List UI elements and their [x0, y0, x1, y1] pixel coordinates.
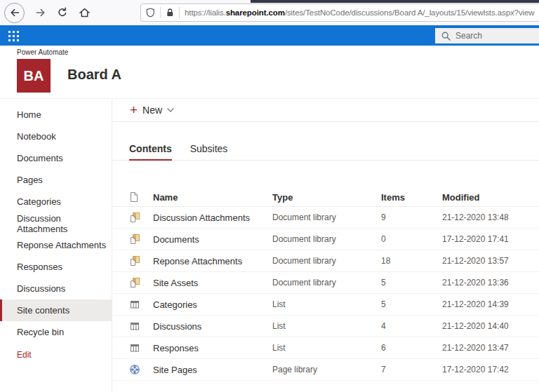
sidebar-item-label: Documents	[17, 153, 63, 163]
suite-bar: Search	[0, 25, 539, 46]
sidebar-item-recycle-bin[interactable]: Recycle bin	[0, 321, 112, 343]
row-modified: 21-12-2020 14:40	[442, 321, 539, 331]
document-library-icon	[129, 234, 153, 245]
row-items-count: 5	[381, 299, 442, 309]
site-logo[interactable]: BA	[17, 59, 51, 93]
row-items-count: 6	[381, 343, 442, 353]
sidebar-item-label: Recycle bin	[17, 327, 64, 337]
browser-forward-button[interactable]	[35, 7, 46, 18]
browser-reload-button[interactable]	[57, 7, 68, 18]
sidebar-item-pages[interactable]: Pages	[0, 169, 112, 191]
url-bar-divider	[160, 7, 161, 18]
sharepoint-site-contents-page: https://lialis.sharepoint.com/sites/Test…	[0, 0, 539, 392]
app-label: Power Automate	[17, 48, 68, 56]
site-contents-table: Name Type Items Modified Discussion Atta…	[112, 188, 539, 381]
sidebar-item-label: Responses	[17, 262, 62, 272]
row-type: Document library	[272, 212, 381, 222]
row-items-count: 0	[381, 234, 442, 244]
https-lock-icon	[166, 8, 175, 18]
sidebar-item-responses[interactable]: Responses	[0, 256, 112, 278]
search-icon	[441, 32, 451, 41]
tab-subsites[interactable]: Subsites	[190, 143, 228, 161]
row-type: Document library	[272, 278, 381, 288]
sidebar-item-documents[interactable]: Documents	[0, 147, 112, 169]
sidebar-edit-link[interactable]: Edit	[0, 350, 112, 360]
table-row[interactable]: Documents Document library 0 17-12-2020 …	[112, 229, 539, 250]
reload-icon	[57, 7, 68, 18]
column-header-items[interactable]: Items	[381, 192, 442, 203]
command-bar: + New	[112, 99, 539, 122]
sidebar-item-home[interactable]: Home	[0, 104, 112, 126]
column-header-type[interactable]: Type	[272, 192, 381, 203]
waffle-icon	[8, 31, 19, 41]
browser-back-button[interactable]	[4, 3, 25, 23]
table-row[interactable]: Discussions List 4 21-12-2020 14:40	[112, 316, 539, 337]
sidebar-item-categories[interactable]: Categories	[0, 191, 112, 212]
sidebar-item-notebook[interactable]: Notebook	[0, 126, 112, 147]
sidebar-item-label: Categories	[17, 196, 61, 207]
browser-toolbar: https://lialis.sharepoint.com/sites/Test…	[0, 0, 539, 25]
url-prefix: https://lialis.	[185, 8, 226, 17]
list-icon	[129, 299, 153, 310]
sidebar-item-label: Pages	[17, 175, 43, 185]
back-arrow-icon	[9, 7, 20, 18]
sidebar-item-site-contents[interactable]: Site contents	[0, 299, 112, 321]
table-row[interactable]: Discussion Attachments Document library …	[112, 207, 539, 229]
document-library-icon	[129, 212, 153, 223]
row-items-count: 4	[381, 321, 442, 331]
plus-icon: +	[130, 104, 138, 116]
chevron-down-icon	[167, 108, 174, 112]
url-domain: sharepoint.com	[226, 8, 285, 17]
table-row[interactable]: Site Assets Document library 5 21-12-202…	[112, 272, 539, 294]
row-name-link[interactable]: Categories	[153, 299, 272, 310]
row-type: Page library	[272, 365, 381, 374]
sidebar-item-label: Discussions	[17, 283, 65, 294]
app-launcher-button[interactable]	[7, 29, 20, 42]
row-modified: 17-12-2020 17:42	[442, 365, 539, 374]
row-name-link[interactable]: Documents	[153, 234, 272, 245]
sidebar-item-label: Site contents	[17, 305, 69, 316]
new-button-label: New	[142, 104, 162, 116]
table-row[interactable]: Responses List 6 21-12-2020 13:47	[112, 337, 539, 359]
row-type: List	[272, 299, 381, 309]
row-name-link[interactable]: Discussion Attachments	[153, 212, 272, 223]
home-icon	[79, 7, 91, 18]
row-modified: 21-12-2020 13:48	[442, 212, 539, 222]
sidebar-item-discussions[interactable]: Discussions	[0, 278, 112, 299]
sidebar-item-label: Notebook	[17, 131, 56, 142]
row-items-count: 9	[381, 212, 442, 222]
browser-url-bar[interactable]: https://lialis.sharepoint.com/sites/Test…	[140, 4, 539, 22]
pivot-tabs: Contents Subsites	[112, 143, 539, 161]
table-row[interactable]: Reponse Attachments Document library 18 …	[112, 250, 539, 272]
row-name-link[interactable]: Discussions	[153, 321, 272, 332]
browser-home-button[interactable]	[79, 7, 91, 18]
url-text: https://lialis.sharepoint.com/sites/Test…	[185, 8, 535, 17]
sidebar-item-discussion-attachments[interactable]: Discussion Attachments	[0, 212, 112, 234]
table-row[interactable]: Site Pages Page library 7 17-12-2020 17:…	[112, 359, 539, 381]
url-bar-divider	[179, 7, 180, 18]
table-header-row: Name Type Items Modified	[112, 188, 539, 207]
row-items-count: 18	[381, 256, 442, 266]
sidebar-item-label: Reponse Attachments	[17, 240, 106, 250]
file-type-column-icon	[129, 191, 153, 203]
row-modified: 17-12-2020 17:41	[442, 234, 539, 244]
search-input[interactable]: Search	[435, 28, 539, 43]
row-name-link[interactable]: Responses	[153, 343, 272, 353]
row-name-link[interactable]: Reponse Attachments	[153, 256, 272, 266]
site-title[interactable]: Board A	[67, 67, 121, 83]
row-items-count: 7	[381, 365, 442, 374]
tracking-shield-icon	[146, 8, 155, 18]
row-name-link[interactable]: Site Pages	[153, 365, 272, 375]
row-type: Document library	[272, 256, 381, 266]
sidebar-item-label: Discussion Attachments	[17, 213, 112, 234]
sidebar-item-reponse-attachments[interactable]: Reponse Attachments	[0, 234, 112, 256]
column-header-name[interactable]: Name	[153, 192, 272, 203]
column-header-modified[interactable]: Modified	[442, 192, 539, 203]
search-placeholder: Search	[455, 31, 482, 41]
new-button[interactable]: + New	[130, 104, 174, 116]
row-items-count: 5	[381, 278, 442, 288]
table-row[interactable]: Categories List 5 21-12-2020 14:39	[112, 294, 539, 316]
tab-contents[interactable]: Contents	[129, 143, 172, 161]
row-name-link[interactable]: Site Assets	[153, 278, 272, 288]
document-library-icon	[129, 277, 153, 288]
